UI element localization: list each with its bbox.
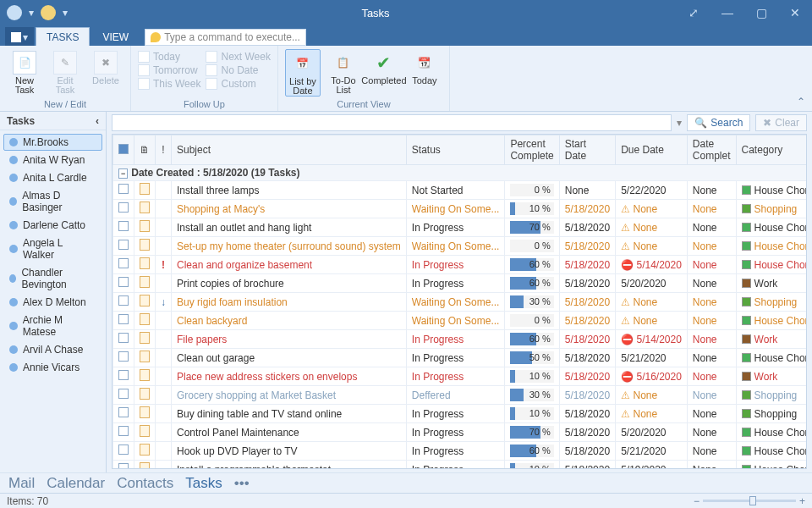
tab-tasks[interactable]: TASKS bbox=[36, 27, 90, 46]
user-icon bbox=[9, 174, 18, 182]
task-row[interactable]: Clean backyardWaiting On Some...0 %5/18/… bbox=[113, 312, 808, 330]
status-items-label: Items: bbox=[7, 495, 35, 507]
tasks-grid[interactable]: 🗎 ! Subject Status Percent Complete Star… bbox=[112, 134, 807, 469]
module-nav: Mail Calendar Contacts Tasks ••• bbox=[0, 472, 812, 493]
nav-user-9[interactable]: Arvil A Chase bbox=[3, 341, 102, 358]
task-row[interactable]: !Clean and organize basementIn Progress6… bbox=[113, 256, 808, 274]
tab-view[interactable]: VIEW bbox=[91, 27, 140, 46]
new-task-button[interactable]: 📄New Task bbox=[7, 49, 42, 95]
ribbon-collapse[interactable]: ⌃ bbox=[790, 92, 812, 111]
followup-custom[interactable]: Custom bbox=[206, 78, 270, 90]
zoom-out-icon[interactable]: − bbox=[694, 495, 700, 507]
left-nav: Tasks‹ Mr.BrooksAnita W RyanAnita L Card… bbox=[0, 112, 107, 472]
titlebar: ▾ ▾ Tasks ⤢ — ▢ ✕ bbox=[0, 0, 812, 25]
grid-search-input[interactable] bbox=[112, 114, 672, 131]
qat-dropdown[interactable]: ▾ bbox=[29, 7, 34, 19]
nav-more[interactable]: ••• bbox=[234, 475, 250, 492]
followup-tomorrow[interactable]: Tomorrow bbox=[138, 64, 200, 76]
search-button[interactable]: 🔍Search bbox=[687, 114, 750, 131]
nav-mail[interactable]: Mail bbox=[8, 475, 35, 492]
document-icon bbox=[140, 444, 150, 456]
document-icon bbox=[140, 388, 150, 400]
edit-task-button[interactable]: ✎Edit Task bbox=[47, 49, 83, 95]
view-list-by-date[interactable]: 📅List by Date bbox=[285, 49, 321, 97]
ribbon-group-newedit: 📄New Task ✎Edit Task ✖Delete New / Edit bbox=[0, 46, 131, 111]
task-row[interactable]: ↓Buy rigid foam insulationWaiting On Som… bbox=[113, 293, 808, 312]
minimize-button[interactable]: — bbox=[710, 0, 744, 25]
user-icon bbox=[9, 197, 17, 206]
document-icon bbox=[140, 183, 150, 195]
zoom-slider[interactable]: − + bbox=[694, 495, 805, 507]
nav-contacts[interactable]: Contacts bbox=[117, 475, 173, 492]
clear-button[interactable]: ✖Clear bbox=[755, 114, 807, 131]
nav-user-3[interactable]: Almas D Basinger bbox=[3, 187, 102, 216]
zoom-in-icon[interactable]: + bbox=[799, 495, 805, 507]
nav-user-6[interactable]: Chandler Bevington bbox=[3, 264, 102, 293]
view-completed[interactable]: ✔Completed bbox=[366, 49, 402, 86]
col-check[interactable] bbox=[113, 135, 134, 165]
col-due[interactable]: Due Date bbox=[616, 135, 688, 165]
task-row[interactable]: Print copies of brochureIn Progress60 %5… bbox=[113, 274, 808, 293]
nav-user-0[interactable]: Mr.Brooks bbox=[3, 134, 102, 151]
col-percent[interactable]: Percent Complete bbox=[505, 135, 559, 165]
task-row[interactable]: Control Panel MaintenanceIn Progress70 %… bbox=[113, 423, 808, 442]
document-icon bbox=[140, 425, 150, 437]
col-status[interactable]: Status bbox=[406, 135, 505, 165]
col-subject[interactable]: Subject bbox=[172, 135, 407, 165]
task-row[interactable]: Place new address stickers on envelopsIn… bbox=[113, 367, 808, 386]
followup-today[interactable]: Today bbox=[138, 51, 200, 63]
task-row[interactable]: Grocery shopping at Market BasketDeffere… bbox=[113, 386, 808, 405]
nav-user-8[interactable]: Archie M Matese bbox=[3, 312, 102, 340]
task-row[interactable]: File papersIn Progress60 %5/18/2020⛔ 5/1… bbox=[113, 330, 808, 349]
task-row[interactable]: Clean out garageIn Progress50 %5/18/2020… bbox=[113, 349, 808, 367]
followup-nodate[interactable]: No Date bbox=[206, 64, 270, 76]
user-icon bbox=[9, 345, 18, 354]
nav-tasks[interactable]: Tasks bbox=[185, 475, 222, 492]
status-items-count: 70 bbox=[37, 495, 48, 507]
maximize-button[interactable]: ▢ bbox=[744, 0, 778, 25]
ribbon-group-currentview: 📅List by Date 📋To-Do List ✔Completed 📆To… bbox=[278, 46, 450, 111]
leftnav-collapse[interactable]: ‹ bbox=[96, 115, 99, 127]
task-row[interactable]: Install an outlet and hang lightIn Progr… bbox=[113, 218, 808, 237]
task-row[interactable]: Buy dining table and TV stand onlineIn P… bbox=[113, 405, 808, 423]
status-bar: Items: 70 − + bbox=[0, 493, 812, 508]
document-icon bbox=[140, 239, 150, 251]
fullscreen-button[interactable]: ⤢ bbox=[677, 0, 710, 25]
col-category[interactable]: Category bbox=[736, 135, 807, 165]
qat-dropdown[interactable]: ▾ bbox=[63, 7, 68, 19]
nav-user-10[interactable]: Annie Vicars bbox=[3, 359, 102, 376]
col-datecomp[interactable]: Date Complet bbox=[687, 135, 736, 165]
nav-user-7[interactable]: Alex D Melton bbox=[3, 294, 102, 311]
nav-calendar[interactable]: Calendar bbox=[47, 475, 105, 492]
col-icon[interactable]: 🗎 bbox=[134, 135, 156, 165]
nav-user-4[interactable]: Darlene Catto bbox=[3, 217, 102, 234]
group-row[interactable]: −Date Created : 5/18/2020 (19 Tasks) bbox=[113, 165, 808, 181]
view-todo-list[interactable]: 📋To-Do List bbox=[326, 49, 361, 95]
task-row[interactable]: Set-up my home theater (surround sound) … bbox=[113, 237, 808, 256]
close-button[interactable]: ✕ bbox=[778, 0, 812, 25]
ribbon: 📄New Task ✎Edit Task ✖Delete New / Edit … bbox=[0, 46, 812, 112]
delete-button[interactable]: ✖Delete bbox=[88, 49, 123, 86]
qat-button[interactable] bbox=[41, 5, 56, 20]
qat-button[interactable] bbox=[7, 5, 22, 20]
nav-user-5[interactable]: Angela L Walker bbox=[3, 235, 102, 263]
col-start[interactable]: Start Date bbox=[559, 135, 615, 165]
followup-nextweek[interactable]: Next Week bbox=[206, 51, 270, 63]
col-priority[interactable]: ! bbox=[156, 135, 172, 165]
task-row[interactable]: Shopping at Macy'sWaiting On Some...10 %… bbox=[113, 200, 808, 218]
user-icon bbox=[9, 298, 18, 306]
grid-toolbar: ▾ 🔍Search ✖Clear bbox=[107, 112, 812, 134]
view-today[interactable]: 📆Today bbox=[407, 49, 442, 86]
nav-user-2[interactable]: Anita L Cardle bbox=[3, 169, 102, 186]
task-row[interactable]: Install a programmable thermostatIn Prog… bbox=[113, 461, 808, 470]
document-icon bbox=[140, 202, 150, 213]
task-row[interactable]: Hook up DVD Player to TVIn Progress60 %5… bbox=[113, 442, 808, 461]
task-row[interactable]: Install three lampsNot Started0 %None5/2… bbox=[113, 181, 808, 200]
search-icon: 🔍 bbox=[694, 117, 707, 129]
ribbon-tabstrip: ▾ TASKS VIEW Type a command to execute..… bbox=[0, 25, 812, 46]
command-search[interactable]: Type a command to execute... bbox=[145, 29, 306, 46]
followup-thisweek[interactable]: This Week bbox=[138, 78, 200, 90]
user-icon bbox=[9, 245, 18, 253]
file-tab[interactable]: ▾ bbox=[5, 27, 34, 46]
nav-user-1[interactable]: Anita W Ryan bbox=[3, 152, 102, 168]
